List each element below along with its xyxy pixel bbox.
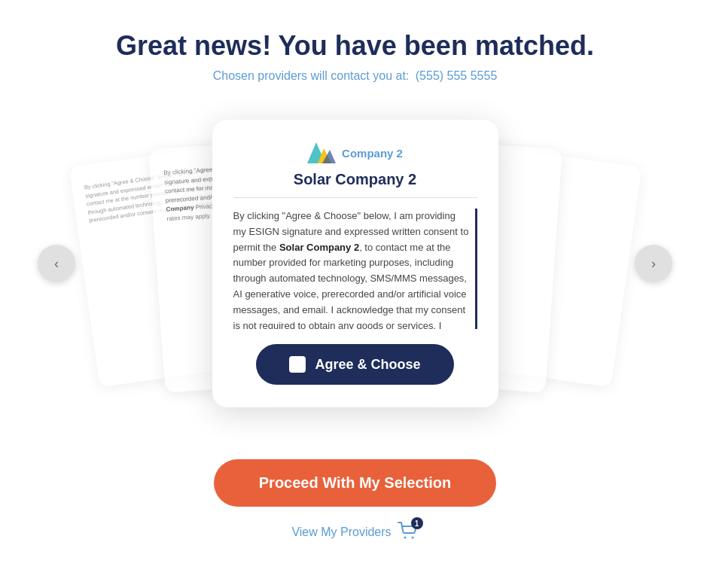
company-logo-icon [307, 142, 336, 163]
agree-button-label: Agree & Choose [315, 357, 420, 373]
carousel-next-button[interactable]: › [635, 245, 672, 282]
bottom-section: Proceed With My Selection View My Provid… [214, 459, 496, 543]
chevron-left-icon: ‹ [54, 256, 59, 272]
checkbox-icon [289, 356, 306, 373]
chevron-right-icon: › [651, 256, 656, 272]
cart-icon-wrap: 1 [398, 522, 419, 543]
consent-scroll-area[interactable]: By clicking "Agree & Choose" below, I am… [233, 209, 477, 329]
consent-text: By clicking "Agree & Choose" below, I am… [233, 209, 469, 329]
company-bold-1: Solar Company 2 [279, 242, 359, 253]
proceed-button[interactable]: Proceed With My Selection [214, 459, 496, 507]
svg-point-4 [411, 537, 413, 539]
svg-point-3 [404, 537, 406, 539]
cards-container: By clicking "Agree & Choose" below, I am… [182, 113, 529, 414]
company-name-badge: Company 2 [342, 147, 403, 160]
carousel-wrapper: ‹ By clicking "Agree & Choose" below, I … [15, 113, 695, 414]
main-title: Great news! You have been matched. [116, 30, 594, 62]
view-providers-link[interactable]: View My Providers 1 [291, 522, 418, 543]
company-logo-area: Company 2 [307, 142, 403, 163]
subtitle-static: Chosen providers will contact you at: [213, 69, 410, 82]
phone-number: (555) 555 5555 [416, 69, 498, 82]
proceed-button-label: Proceed With My Selection [259, 474, 451, 491]
subtitle: Chosen providers will contact you at: (5… [116, 69, 594, 83]
carousel-prev-button[interactable]: ‹ [38, 245, 75, 282]
view-providers-label: View My Providers [291, 526, 391, 539]
agree-choose-button[interactable]: Agree & Choose [256, 344, 453, 385]
header-section: Great news! You have been matched. Chose… [116, 30, 594, 83]
card-divider [233, 197, 477, 198]
card-company-title: Solar Company 2 [294, 171, 416, 188]
cart-badge: 1 [411, 517, 423, 529]
main-active-card: Company 2 Solar Company 2 By clicking "A… [212, 120, 498, 407]
